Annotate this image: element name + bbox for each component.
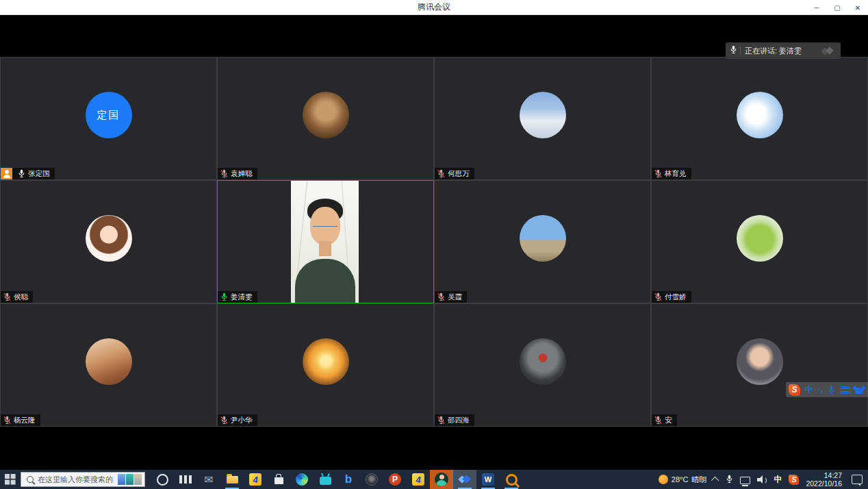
speaking-indicator: 正在讲话: 姜清雯 xyxy=(726,42,841,59)
ime-language-indicator[interactable]: 中 xyxy=(774,474,782,486)
video-person-glasses xyxy=(313,221,337,227)
network-icon[interactable] xyxy=(740,477,750,484)
tencent-meeting-icon xyxy=(458,473,472,486)
weather-widget[interactable]: 28°C 晴朗 xyxy=(659,475,707,485)
participant-tile[interactable]: 定国张定国 xyxy=(0,57,217,180)
mic-status-icon xyxy=(3,416,11,425)
taskbar-app-mail[interactable]: ✉ xyxy=(197,470,220,489)
participant-tile[interactable]: 吴霞 xyxy=(434,180,651,303)
mic-status-icon xyxy=(220,292,228,301)
taskbar-app-tencent-meeting[interactable] xyxy=(453,470,476,489)
participant-name: 吴霞 xyxy=(448,292,462,302)
participant-name-tag: 吴霞 xyxy=(435,291,467,303)
taskbar-search-input[interactable]: 在这里输入你要搜索的内容 xyxy=(21,472,145,487)
participant-name-tag: 安 xyxy=(652,414,677,426)
participant-tile[interactable]: 安 xyxy=(651,303,868,427)
divider xyxy=(740,47,741,55)
participant-tile[interactable]: 尹小华 xyxy=(217,303,434,427)
mic-status-icon xyxy=(437,169,445,178)
sogou-logo-icon[interactable]: S xyxy=(789,384,800,396)
taskbar-app-bing[interactable]: b xyxy=(337,470,360,489)
voice-input-icon[interactable] xyxy=(828,386,835,394)
taskbar-app-reader-4[interactable]: 4 xyxy=(407,470,430,489)
tv-box-icon xyxy=(320,477,331,485)
participant-tile[interactable]: 袁婵聪 xyxy=(217,57,434,180)
participant-name-tag: 张定国 xyxy=(1,168,55,179)
taskbar-app-powerpoint[interactable]: P xyxy=(383,470,407,489)
participant-tile[interactable]: 杨云隆 xyxy=(0,303,217,427)
participant-name-tag: 侯聪 xyxy=(1,291,33,303)
participant-avatar xyxy=(737,92,783,138)
tray-time: 14:27 xyxy=(806,471,842,479)
participant-tile[interactable]: 林育兑 xyxy=(651,57,868,180)
taskbar-app-edge[interactable] xyxy=(290,470,314,489)
participant-tile[interactable]: 姜清雯 xyxy=(217,180,434,303)
microphone-icon xyxy=(730,45,737,57)
taskbar-app-tv-box[interactable] xyxy=(314,470,337,489)
search-highlight-thumbnails[interactable] xyxy=(118,474,142,485)
taskbar-app-ms-store[interactable] xyxy=(267,470,290,489)
sogou-tray-icon[interactable]: S xyxy=(789,475,799,485)
participant-avatar xyxy=(303,92,349,138)
minimize-button[interactable]: ─ xyxy=(806,0,827,15)
taskbar-app-camera-dial[interactable] xyxy=(360,470,383,489)
participant-avatar xyxy=(303,338,349,385)
taskbar-apps: ✉4bP4W xyxy=(151,470,523,489)
participant-name: 杨云隆 xyxy=(14,416,36,425)
system-tray: 28°C 晴朗 中 S 14:27 2022/10/16 xyxy=(659,470,868,489)
participant-avatar: 定国 xyxy=(86,92,132,138)
maximize-button[interactable]: ▢ xyxy=(827,0,847,15)
participant-tile[interactable]: 邵四海 xyxy=(434,303,651,427)
skin-icon[interactable] xyxy=(855,386,863,394)
participant-name: 林育兑 xyxy=(665,169,687,179)
soft-keyboard-icon[interactable] xyxy=(840,386,850,394)
start-button[interactable] xyxy=(0,470,21,489)
action-center-icon[interactable] xyxy=(852,475,863,484)
tencent-meeting-watermark-icon xyxy=(820,46,837,55)
participant-avatar xyxy=(737,215,783,262)
everything-search-icon xyxy=(506,474,518,486)
mic-status-icon xyxy=(654,416,662,425)
taskbar-app-contact-avatar[interactable] xyxy=(430,470,453,489)
mic-status-icon xyxy=(437,292,445,301)
sogou-ime-toolbar[interactable]: S 中 ·, xyxy=(786,382,868,397)
window-controls: ─ ▢ ✕ xyxy=(806,0,868,15)
participant-name: 付雪娇 xyxy=(665,292,687,302)
powerpoint-icon: P xyxy=(389,473,401,486)
contact-avatar-icon xyxy=(435,473,448,486)
participant-name: 张定国 xyxy=(28,169,50,179)
cortana-icon xyxy=(157,474,168,486)
tray-microphone-icon[interactable] xyxy=(726,475,733,485)
participant-grid: 定国张定国袁婵聪何思万林育兑侯聪姜清雯吴霞付雪娇杨云隆尹小华邵四海安 xyxy=(0,57,868,427)
taskbar-app-everything-search[interactable] xyxy=(500,470,523,489)
tray-overflow-chevron-icon[interactable] xyxy=(711,477,719,484)
tray-date: 2022/10/16 xyxy=(806,479,842,488)
clock[interactable]: 14:27 2022/10/16 xyxy=(806,471,842,488)
taskbar-app-file-explorer[interactable] xyxy=(220,470,244,489)
participant-tile[interactable]: 付雪娇 xyxy=(651,180,868,303)
mic-status-icon xyxy=(437,416,445,425)
participant-tile[interactable]: 何思万 xyxy=(434,57,651,180)
punctuation-icon[interactable]: ·, xyxy=(818,386,823,394)
taskbar-app-cortana[interactable] xyxy=(151,470,174,489)
participant-name: 袁婵聪 xyxy=(231,169,253,179)
mic-status-icon xyxy=(654,292,662,301)
ime-mode-chinese[interactable]: 中 xyxy=(805,384,813,396)
bing-icon: b xyxy=(345,473,352,486)
file-explorer-icon xyxy=(227,476,238,484)
reader-4-icon: 4 xyxy=(412,473,424,486)
task-view-icon xyxy=(184,475,187,484)
video-person-shirt xyxy=(295,259,355,303)
stock-4-icon: 4 xyxy=(249,473,261,486)
taskbar-app-stock-4[interactable]: 4 xyxy=(244,470,267,489)
participant-tile[interactable]: 侯聪 xyxy=(0,180,217,303)
participant-name-tag: 林育兑 xyxy=(652,168,691,179)
mic-status-icon xyxy=(220,416,228,425)
participant-name-tag: 付雪娇 xyxy=(652,291,691,303)
close-button[interactable]: ✕ xyxy=(847,0,868,15)
taskbar-app-word[interactable]: W xyxy=(476,470,500,489)
participant-name: 安 xyxy=(665,416,672,425)
volume-icon[interactable] xyxy=(757,475,767,484)
taskbar-app-task-view[interactable] xyxy=(174,470,197,489)
sun-icon xyxy=(659,475,668,484)
